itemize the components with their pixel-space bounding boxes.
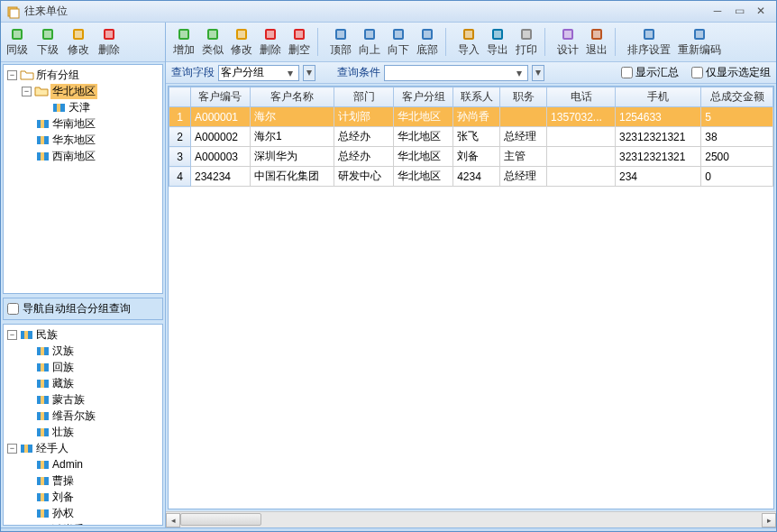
column-header[interactable]: 客户分组 (394, 87, 453, 107)
bottom-button[interactable]: 底部 (413, 24, 442, 60)
column-header[interactable]: 客户名称 (250, 87, 334, 107)
scroll-left-button[interactable]: ◂ (166, 513, 180, 527)
tree-node[interactable]: 曹操 (5, 472, 160, 489)
modify-button[interactable]: 修改 (227, 24, 256, 60)
tree-node[interactable]: 孙权 (5, 505, 160, 521)
scroll-right-button[interactable]: ▸ (762, 513, 776, 527)
sub-level-button[interactable]: 下级 (33, 24, 62, 60)
cell[interactable] (547, 167, 616, 187)
horizontal-scrollbar[interactable]: ◂ ▸ (166, 511, 776, 527)
cell[interactable] (547, 147, 616, 167)
cell[interactable]: 1254633 (616, 107, 701, 127)
cell[interactable]: 研发中心 (334, 167, 394, 187)
query-field-combo[interactable]: 客户分组 ▾ (218, 65, 299, 81)
tree-group[interactable]: −民族 (5, 326, 160, 343)
clear-button[interactable]: 删空 (285, 24, 314, 60)
column-header[interactable]: 联系人 (453, 87, 500, 107)
edit-button[interactable]: 修改 (64, 24, 93, 60)
collapse-icon[interactable]: − (22, 87, 32, 96)
column-header[interactable]: 客户编号 (191, 87, 251, 107)
tree-node[interactable]: 蒙古族 (5, 391, 160, 408)
cell[interactable]: 华北地区 (394, 127, 453, 147)
import-button[interactable]: 导入 (454, 24, 483, 60)
cell[interactable]: A000003 (191, 147, 251, 167)
tree-group[interactable]: −经手人 (5, 440, 160, 456)
collapse-icon[interactable]: − (7, 444, 17, 454)
scroll-thumb[interactable] (180, 513, 261, 526)
column-header[interactable]: 总成交金额 (701, 87, 773, 107)
remove-button[interactable]: 删除 (256, 24, 285, 60)
tree-node[interactable]: 维吾尔族 (5, 408, 160, 424)
region-tree[interactable]: − 所有分组 − 华北地区 天津华南地区华东地区西南地区 (4, 65, 162, 166)
cell[interactable]: 主管 (500, 147, 547, 167)
tree-node[interactable]: Admin (5, 456, 160, 472)
table-row[interactable]: 4234234中国石化集团研发中心华北地区4234总经理2340 (169, 167, 773, 187)
column-header[interactable]: 手机 (616, 87, 701, 107)
delete-button[interactable]: 删除 (95, 24, 123, 60)
cell[interactable]: 0 (701, 167, 773, 187)
cell[interactable]: 5 (701, 107, 773, 127)
cell[interactable]: 1357032... (547, 107, 616, 127)
nav-tree[interactable]: −民族汉族回族藏族蒙古族维吾尔族壮族−经手人Admin曹操刘备孙权孙尚香 (4, 325, 162, 526)
caret-down-icon[interactable]: ▾ (284, 67, 297, 79)
tree-node[interactable]: 孙尚香 (5, 521, 160, 526)
cell[interactable]: 华北地区 (394, 107, 453, 127)
column-header[interactable]: 职务 (500, 87, 547, 107)
print-button[interactable]: 打印 (512, 24, 541, 60)
cell[interactable]: 计划部 (334, 107, 394, 127)
cell[interactable]: 张飞 (453, 127, 500, 147)
cell[interactable]: 32312321321 (616, 127, 701, 147)
tree-node[interactable]: 华南地区 (5, 115, 160, 132)
cell[interactable]: 总经理 (500, 127, 547, 147)
sort-settings-button[interactable]: 排序设置 (624, 24, 674, 60)
cell[interactable]: 32312321321 (616, 147, 701, 167)
column-header[interactable]: 电话 (547, 87, 616, 107)
only-selected-check[interactable]: 仅显示选定组 (691, 65, 771, 80)
show-total-check[interactable]: 显示汇总 (621, 65, 679, 80)
tree-node[interactable]: 藏族 (5, 375, 160, 391)
tree-node[interactable]: 回族 (5, 359, 160, 375)
tree-node[interactable]: 汉族 (5, 343, 160, 359)
cell[interactable]: 4234 (453, 167, 500, 187)
tree-node[interactable]: 天津 (5, 99, 160, 115)
query-cond-combo[interactable]: ▾ (384, 65, 528, 81)
cell[interactable]: 海尔1 (250, 127, 334, 147)
recode-button[interactable]: 重新编码 (674, 24, 725, 60)
same-level-button[interactable]: 同级 (3, 24, 32, 60)
collapse-icon[interactable]: − (7, 70, 17, 80)
tree-node[interactable]: 刘备 (5, 489, 160, 505)
tree-node[interactable]: 西南地区 (5, 148, 160, 164)
caret-down-icon[interactable]: ▾ (513, 67, 526, 79)
cell[interactable]: 总经理 (500, 167, 547, 187)
cell[interactable]: 2500 (701, 147, 773, 167)
tree-root-all[interactable]: − 所有分组 (5, 67, 160, 83)
maximize-button[interactable]: ▭ (729, 5, 749, 19)
exit-button[interactable]: 退出 (582, 24, 611, 60)
up-button[interactable]: 向上 (355, 24, 384, 60)
cell[interactable]: 234234 (191, 167, 251, 187)
close-button[interactable]: ✕ (751, 5, 771, 19)
top-button[interactable]: 顶部 (326, 24, 355, 60)
collapse-icon[interactable]: − (7, 330, 17, 340)
minimize-button[interactable]: ─ (708, 5, 727, 19)
cell[interactable]: 华北地区 (394, 167, 453, 187)
nav-auto-group-checkbox[interactable] (7, 303, 19, 315)
cell[interactable]: 刘备 (453, 147, 500, 167)
similar-button[interactable]: 类似 (198, 24, 227, 60)
cell[interactable]: 深圳华为 (250, 147, 334, 167)
cell[interactable]: 华北地区 (394, 147, 453, 167)
table-row[interactable]: 3A000003深圳华为总经办华北地区刘备主管323123213212500 (169, 147, 773, 167)
grid[interactable]: 客户编号客户名称部门客户分组联系人职务电话手机总成交金额 1A000001海尔计… (168, 86, 774, 509)
cell[interactable]: 中国石化集团 (250, 167, 334, 187)
cell[interactable]: 总经办 (334, 147, 394, 167)
cell[interactable]: 孙尚香 (453, 107, 500, 127)
tree-node[interactable]: 壮族 (5, 424, 160, 440)
down-button[interactable]: 向下 (384, 24, 413, 60)
query-cond-dropdown[interactable]: ▾ (532, 65, 544, 81)
cell[interactable] (500, 107, 547, 127)
table-row[interactable]: 1A000001海尔计划部华北地区孙尚香1357032...12546335 (169, 107, 773, 127)
tree-node[interactable]: 华东地区 (5, 132, 160, 148)
column-header[interactable]: 部门 (334, 87, 394, 107)
cell[interactable] (547, 127, 616, 147)
export-button[interactable]: 导出 (483, 24, 512, 60)
